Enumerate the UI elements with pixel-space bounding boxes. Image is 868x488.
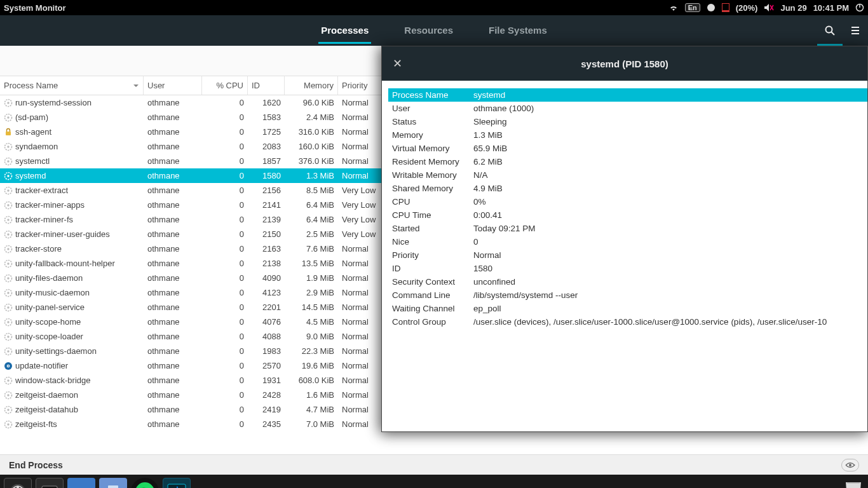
process-name: unity-scope-home (15, 317, 81, 327)
process-memory: 7.0 MiB (285, 419, 338, 429)
detail-row[interactable]: CPU Time0:00.41 (388, 208, 867, 222)
svg-point-53 (849, 464, 851, 466)
chat-icon[interactable] (707, 3, 715, 12)
detail-row[interactable]: Writable MemoryN/A (388, 168, 867, 182)
process-priority: Normal (338, 419, 380, 429)
detail-row[interactable]: Process Namesystemd (388, 88, 867, 102)
process-cpu: 0 (202, 171, 248, 180)
detail-row[interactable]: Security Contextunconfined (388, 275, 867, 288)
process-memory: 2.5 MiB (285, 229, 338, 239)
detail-row[interactable]: ID1580 (388, 262, 867, 275)
process-priority: Normal (338, 127, 380, 137)
ubuntu-icon (11, 485, 25, 489)
process-name: zeitgeist-datahub (15, 405, 78, 414)
col-header-id[interactable]: ID (248, 76, 285, 95)
dock-spotify[interactable] (131, 478, 159, 489)
dock-area: >_ (0, 475, 868, 488)
svg-point-21 (7, 204, 9, 206)
col-header-cpu[interactable]: % CPU (202, 76, 248, 95)
dock-app-3[interactable] (67, 478, 95, 489)
col-header-user[interactable]: User (144, 76, 202, 95)
detail-value: Sleeping (470, 115, 867, 128)
detail-row[interactable]: StartedToday 09:21 PM (388, 222, 867, 235)
system-monitor-icon (167, 484, 186, 489)
process-cpu: 0 (202, 390, 248, 400)
files-icon (106, 484, 120, 489)
detail-row[interactable]: Control Group/user.slice (devices), /use… (388, 315, 867, 329)
detail-row[interactable]: StatusSleeping (388, 115, 867, 128)
tab-resources[interactable]: Resources (402, 17, 456, 44)
process-id: 2156 (248, 186, 285, 195)
process-name: systemd (15, 171, 46, 180)
wifi-icon[interactable] (668, 4, 679, 11)
col-header-name[interactable]: Process Name (0, 76, 144, 95)
process-priority: Very Low (338, 229, 380, 239)
detail-value: ep_poll (470, 302, 867, 315)
tab-filesystems[interactable]: File Systems (486, 17, 550, 44)
svg-line-4 (832, 32, 835, 36)
detail-value: Today 09:21 PM (470, 222, 867, 235)
header-menu-button[interactable] (843, 15, 868, 46)
detail-value: 1.3 MiB (470, 128, 867, 142)
process-user: othmane (144, 361, 202, 370)
detail-value: /user.slice (devices), /user.slice/user-… (470, 315, 867, 329)
process-memory: 6.4 MiB (285, 200, 338, 210)
process-icon (4, 332, 13, 341)
process-cpu: 0 (202, 346, 248, 356)
indicator-area: En (20%) Jun 29 10:41 PM (668, 3, 864, 13)
process-memory: 19.6 MiB (285, 361, 338, 370)
process-memory: 1.6 MiB (285, 390, 338, 400)
col-header-memory[interactable]: Memory (285, 76, 338, 95)
process-name: (sd-pam) (15, 112, 48, 122)
detail-row[interactable]: Shared Memory4.9 MiB (388, 182, 867, 195)
process-user: othmane (144, 332, 202, 341)
volume-muted-icon[interactable] (764, 3, 774, 12)
panel-date[interactable]: Jun 29 (780, 3, 806, 13)
header-search-button[interactable] (817, 17, 843, 46)
detail-row[interactable]: Virtual Memory65.9 MiB (388, 142, 867, 155)
dock-files[interactable] (99, 478, 127, 489)
tab-processes[interactable]: Processes (318, 17, 371, 44)
detail-row[interactable]: Userothmane (1000) (388, 102, 867, 115)
detail-row[interactable]: Command Line/lib/systemd/systemd --user (388, 288, 867, 302)
detail-row[interactable]: Waiting Channelep_poll (388, 302, 867, 315)
dock-trash[interactable] (843, 480, 864, 489)
main-area: Process Name User % CPU ID Memory Priori… (0, 46, 868, 454)
process-priority: Very Low (338, 186, 380, 195)
dock-dash[interactable] (4, 478, 32, 489)
detail-row[interactable]: CPU0% (388, 195, 867, 208)
spotify-icon (134, 481, 156, 489)
svg-point-23 (7, 219, 9, 220)
process-cpu: 0 (202, 98, 248, 107)
process-user: othmane (144, 156, 202, 166)
svg-point-48 (7, 394, 9, 396)
process-id: 2201 (248, 302, 285, 312)
svg-point-13 (7, 146, 9, 147)
process-icon (4, 186, 13, 195)
dock-system-monitor[interactable] (163, 478, 191, 489)
keyboard-indicator[interactable]: En (685, 3, 700, 12)
end-process-button[interactable]: End Process (9, 460, 63, 470)
dock-terminal[interactable]: >_ (36, 478, 64, 489)
process-priority: Very Low (338, 200, 380, 210)
view-toggle-button[interactable] (841, 459, 859, 471)
process-memory: 2.9 MiB (285, 288, 338, 297)
detail-close-button[interactable]: ✕ (382, 57, 412, 71)
detail-row[interactable]: Resident Memory6.2 MiB (388, 155, 867, 168)
svg-point-41 (7, 350, 9, 352)
power-icon[interactable] (855, 3, 864, 12)
process-name: unity-settings-daemon (15, 346, 97, 356)
detail-row[interactable]: Memory1.3 MiB (388, 128, 867, 142)
detail-row[interactable]: PriorityNormal (388, 248, 867, 262)
process-icon (4, 303, 13, 312)
process-icon (4, 391, 13, 400)
battery-icon[interactable] (722, 3, 729, 12)
process-memory: 7.6 MiB (285, 244, 338, 254)
detail-key: User (388, 102, 470, 115)
col-header-priority[interactable]: Priority (338, 76, 380, 95)
process-user: othmane (144, 419, 202, 429)
panel-time[interactable]: 10:41 PM (813, 3, 849, 13)
process-user: othmane (144, 390, 202, 400)
process-id: 1857 (248, 156, 285, 166)
detail-row[interactable]: Nice0 (388, 235, 867, 248)
